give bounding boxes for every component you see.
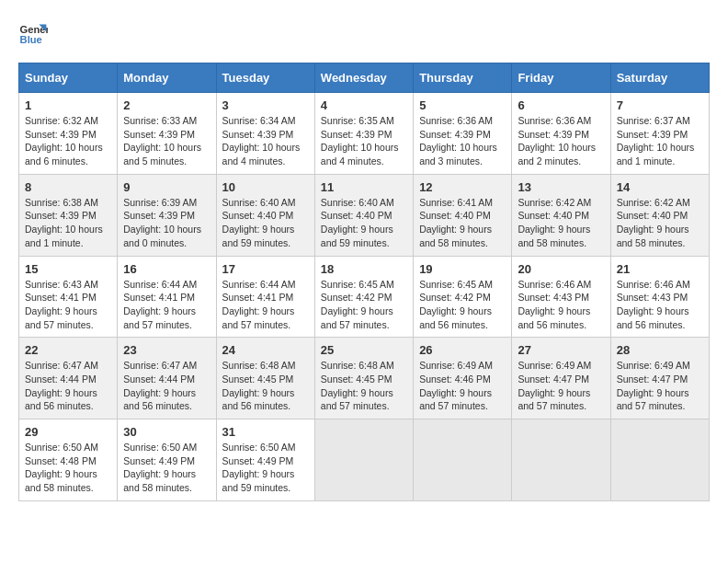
day-number: 10 xyxy=(222,180,309,194)
day-cell: 16Sunrise: 6:44 AMSunset: 4:41 PMDayligh… xyxy=(118,256,216,338)
day-number: 1 xyxy=(25,98,111,112)
day-cell: 6Sunrise: 6:36 AMSunset: 4:39 PMDaylight… xyxy=(512,93,610,175)
day-cell: 31Sunrise: 6:50 AMSunset: 4:49 PMDayligh… xyxy=(216,419,314,501)
day-cell: 12Sunrise: 6:41 AMSunset: 4:40 PMDayligh… xyxy=(414,174,512,256)
day-cell: 21Sunrise: 6:46 AMSunset: 4:43 PMDayligh… xyxy=(610,256,709,338)
day-number: 23 xyxy=(123,343,210,357)
day-cell: 5Sunrise: 6:36 AMSunset: 4:39 PMDaylight… xyxy=(414,93,512,175)
day-number: 3 xyxy=(222,98,309,112)
day-info: Sunrise: 6:46 AMSunset: 4:43 PMDaylight:… xyxy=(518,278,604,332)
day-cell xyxy=(314,419,413,501)
day-number: 8 xyxy=(25,180,111,194)
day-number: 15 xyxy=(25,262,111,276)
day-number: 18 xyxy=(321,262,407,276)
day-number: 5 xyxy=(419,98,506,112)
day-cell: 10Sunrise: 6:40 AMSunset: 4:40 PMDayligh… xyxy=(216,174,314,256)
day-cell: 8Sunrise: 6:38 AMSunset: 4:39 PMDaylight… xyxy=(19,174,118,256)
day-number: 17 xyxy=(222,262,309,276)
day-cell: 23Sunrise: 6:47 AMSunset: 4:44 PMDayligh… xyxy=(118,338,216,419)
calendar-table: SundayMondayTuesdayWednesdayThursdayFrid… xyxy=(18,63,710,501)
day-cell: 30Sunrise: 6:50 AMSunset: 4:49 PMDayligh… xyxy=(118,419,216,501)
day-info: Sunrise: 6:37 AMSunset: 4:39 PMDaylight:… xyxy=(617,114,703,168)
day-number: 27 xyxy=(518,343,604,357)
day-info: Sunrise: 6:47 AMSunset: 4:44 PMDaylight:… xyxy=(25,359,111,413)
day-info: Sunrise: 6:34 AMSunset: 4:39 PMDaylight:… xyxy=(222,114,309,168)
day-info: Sunrise: 6:33 AMSunset: 4:39 PMDaylight:… xyxy=(123,114,210,168)
day-info: Sunrise: 6:44 AMSunset: 4:41 PMDaylight:… xyxy=(222,278,309,332)
day-info: Sunrise: 6:42 AMSunset: 4:40 PMDaylight:… xyxy=(617,196,703,250)
header-cell-sunday: Sunday xyxy=(19,63,118,93)
day-cell: 2Sunrise: 6:33 AMSunset: 4:39 PMDaylight… xyxy=(118,93,216,175)
svg-text:Blue: Blue xyxy=(20,34,42,45)
day-cell: 1Sunrise: 6:32 AMSunset: 4:39 PMDaylight… xyxy=(19,93,118,175)
day-cell xyxy=(610,419,709,501)
day-info: Sunrise: 6:39 AMSunset: 4:39 PMDaylight:… xyxy=(123,196,210,250)
logo-icon: General Blue xyxy=(18,18,48,48)
day-cell xyxy=(414,419,512,501)
week-row-1: 1Sunrise: 6:32 AMSunset: 4:39 PMDaylight… xyxy=(19,93,710,175)
day-number: 19 xyxy=(419,262,506,276)
day-cell: 13Sunrise: 6:42 AMSunset: 4:40 PMDayligh… xyxy=(512,174,610,256)
day-number: 2 xyxy=(123,98,210,112)
day-info: Sunrise: 6:36 AMSunset: 4:39 PMDaylight:… xyxy=(518,114,604,168)
day-cell: 22Sunrise: 6:47 AMSunset: 4:44 PMDayligh… xyxy=(19,338,118,419)
day-info: Sunrise: 6:43 AMSunset: 4:41 PMDaylight:… xyxy=(25,278,111,332)
week-row-5: 29Sunrise: 6:50 AMSunset: 4:48 PMDayligh… xyxy=(19,419,710,501)
day-number: 21 xyxy=(617,262,703,276)
day-number: 31 xyxy=(222,425,309,439)
day-number: 7 xyxy=(617,98,703,112)
day-cell: 17Sunrise: 6:44 AMSunset: 4:41 PMDayligh… xyxy=(216,256,314,338)
day-cell: 20Sunrise: 6:46 AMSunset: 4:43 PMDayligh… xyxy=(512,256,610,338)
day-number: 16 xyxy=(123,262,210,276)
day-cell: 4Sunrise: 6:35 AMSunset: 4:39 PMDaylight… xyxy=(314,93,413,175)
day-info: Sunrise: 6:50 AMSunset: 4:49 PMDaylight:… xyxy=(222,441,309,495)
day-number: 6 xyxy=(518,98,604,112)
day-cell: 28Sunrise: 6:49 AMSunset: 4:47 PMDayligh… xyxy=(610,338,709,419)
day-cell: 18Sunrise: 6:45 AMSunset: 4:42 PMDayligh… xyxy=(314,256,413,338)
day-info: Sunrise: 6:41 AMSunset: 4:40 PMDaylight:… xyxy=(419,196,506,250)
day-number: 24 xyxy=(222,343,309,357)
day-cell: 26Sunrise: 6:49 AMSunset: 4:46 PMDayligh… xyxy=(414,338,512,419)
header-cell-tuesday: Tuesday xyxy=(216,63,314,93)
day-info: Sunrise: 6:48 AMSunset: 4:45 PMDaylight:… xyxy=(321,359,407,413)
header-row: SundayMondayTuesdayWednesdayThursdayFrid… xyxy=(19,63,710,93)
header: General Blue xyxy=(18,18,710,48)
header-cell-monday: Monday xyxy=(118,63,216,93)
day-number: 29 xyxy=(25,425,111,439)
day-number: 4 xyxy=(321,98,407,112)
day-info: Sunrise: 6:40 AMSunset: 4:40 PMDaylight:… xyxy=(222,196,309,250)
day-number: 25 xyxy=(321,343,407,357)
day-info: Sunrise: 6:32 AMSunset: 4:39 PMDaylight:… xyxy=(25,114,111,168)
header-cell-saturday: Saturday xyxy=(610,63,709,93)
week-row-2: 8Sunrise: 6:38 AMSunset: 4:39 PMDaylight… xyxy=(19,174,710,256)
day-info: Sunrise: 6:49 AMSunset: 4:46 PMDaylight:… xyxy=(419,359,506,413)
day-info: Sunrise: 6:45 AMSunset: 4:42 PMDaylight:… xyxy=(419,278,506,332)
day-info: Sunrise: 6:50 AMSunset: 4:49 PMDaylight:… xyxy=(123,441,210,495)
day-info: Sunrise: 6:38 AMSunset: 4:39 PMDaylight:… xyxy=(25,196,111,250)
day-info: Sunrise: 6:40 AMSunset: 4:40 PMDaylight:… xyxy=(321,196,407,250)
day-cell xyxy=(512,419,610,501)
day-cell: 14Sunrise: 6:42 AMSunset: 4:40 PMDayligh… xyxy=(610,174,709,256)
day-info: Sunrise: 6:36 AMSunset: 4:39 PMDaylight:… xyxy=(419,114,506,168)
day-info: Sunrise: 6:45 AMSunset: 4:42 PMDaylight:… xyxy=(321,278,407,332)
day-cell: 27Sunrise: 6:49 AMSunset: 4:47 PMDayligh… xyxy=(512,338,610,419)
day-cell: 29Sunrise: 6:50 AMSunset: 4:48 PMDayligh… xyxy=(19,419,118,501)
day-number: 13 xyxy=(518,180,604,194)
day-info: Sunrise: 6:46 AMSunset: 4:43 PMDaylight:… xyxy=(617,278,703,332)
day-number: 11 xyxy=(321,180,407,194)
week-row-4: 22Sunrise: 6:47 AMSunset: 4:44 PMDayligh… xyxy=(19,338,710,419)
day-cell: 7Sunrise: 6:37 AMSunset: 4:39 PMDaylight… xyxy=(610,93,709,175)
week-row-3: 15Sunrise: 6:43 AMSunset: 4:41 PMDayligh… xyxy=(19,256,710,338)
day-number: 12 xyxy=(419,180,506,194)
day-number: 28 xyxy=(617,343,703,357)
day-number: 26 xyxy=(419,343,506,357)
day-info: Sunrise: 6:47 AMSunset: 4:44 PMDaylight:… xyxy=(123,359,210,413)
day-cell: 9Sunrise: 6:39 AMSunset: 4:39 PMDaylight… xyxy=(118,174,216,256)
day-info: Sunrise: 6:44 AMSunset: 4:41 PMDaylight:… xyxy=(123,278,210,332)
day-cell: 25Sunrise: 6:48 AMSunset: 4:45 PMDayligh… xyxy=(314,338,413,419)
day-cell: 19Sunrise: 6:45 AMSunset: 4:42 PMDayligh… xyxy=(414,256,512,338)
day-number: 20 xyxy=(518,262,604,276)
header-cell-thursday: Thursday xyxy=(414,63,512,93)
day-cell: 3Sunrise: 6:34 AMSunset: 4:39 PMDaylight… xyxy=(216,93,314,175)
day-info: Sunrise: 6:48 AMSunset: 4:45 PMDaylight:… xyxy=(222,359,309,413)
